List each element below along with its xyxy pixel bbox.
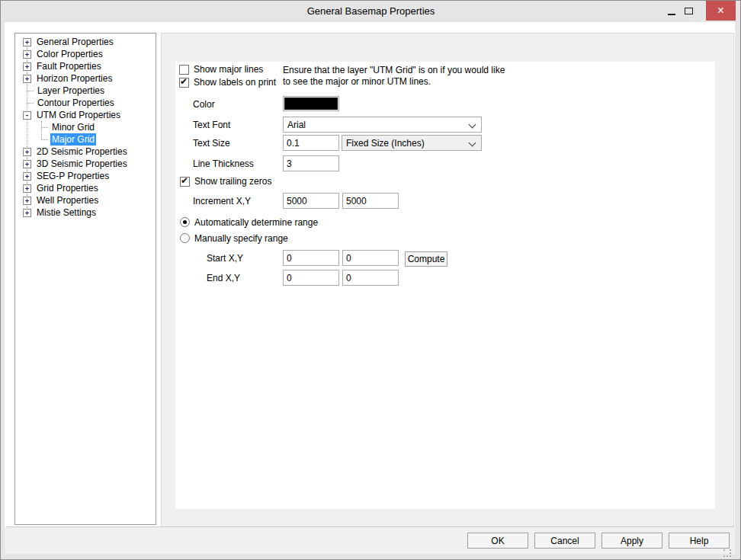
expand-plus-icon[interactable]: + — [23, 209, 31, 217]
tree-item-label[interactable]: Contour Properties — [36, 97, 116, 109]
expand-plus-icon[interactable]: + — [23, 62, 31, 71]
line-thickness-input[interactable] — [283, 155, 339, 171]
tree-item-contour-properties[interactable]: Contour Properties — [15, 97, 156, 109]
tree-item-segp-properties[interactable]: + SEG-P Properties — [15, 170, 156, 182]
window-title: General Basemap Properties — [2, 5, 740, 17]
tree-item-label[interactable]: Color Properties — [35, 48, 104, 60]
minimize-button[interactable] — [663, 1, 680, 21]
tree-item-label[interactable]: General Properties — [35, 36, 115, 48]
chevron-down-icon — [469, 139, 476, 147]
tree-item-horizon-properties[interactable]: + Horizon Properties — [15, 72, 156, 85]
tree-item-utm-grid-properties[interactable]: - UTM Grid Properties — [15, 109, 156, 121]
color-picker-button[interactable] — [283, 96, 339, 111]
start-xy-label: Start X,Y — [207, 253, 243, 264]
text-size-input[interactable] — [283, 135, 339, 151]
radio-selected-dot — [183, 220, 187, 224]
start-y-input[interactable] — [342, 250, 399, 266]
tree-stub-line — [27, 103, 34, 104]
tree-item-label[interactable]: Grid Properties — [35, 182, 100, 194]
collapse-minus-icon[interactable]: - — [23, 111, 31, 120]
text-size-mode-value: Fixed Size (Inches) — [346, 138, 425, 149]
properties-tree[interactable]: + General Properties + Color Properties … — [14, 33, 156, 525]
chevron-down-icon — [469, 121, 476, 129]
window-controls: × — [663, 1, 736, 21]
close-button[interactable]: × — [706, 1, 736, 21]
dialog-window: General Basemap Properties × + General P… — [0, 0, 741, 560]
resize-grip[interactable] — [723, 542, 732, 551]
settings-panel-background: Show major lines ✔ Show labels on print … — [161, 33, 734, 527]
tree-item-layer-properties[interactable]: Layer Properties — [15, 85, 156, 97]
footer-button-bar: OK Cancel Apply Help — [5, 527, 735, 554]
show-labels-on-print-checkbox[interactable]: ✔ — [179, 78, 189, 88]
increment-x-input[interactable] — [283, 193, 339, 209]
text-font-value: Arial — [287, 120, 306, 130]
note-line-2: to see the major or minor UTM lines. — [283, 76, 505, 88]
tree-item-label[interactable]: Layer Properties — [36, 85, 106, 97]
tree-item-minor-grid[interactable]: Minor Grid — [15, 121, 156, 133]
apply-button[interactable]: Apply — [601, 533, 662, 549]
auto-range-radio[interactable] — [180, 217, 190, 227]
tree-item-3d-seismic-properties[interactable]: + 3D Seismic Properties — [15, 158, 156, 170]
tree-item-label[interactable]: 2D Seismic Properties — [35, 146, 129, 158]
tree-item-label[interactable]: Major Grid — [50, 133, 96, 146]
ok-button[interactable]: OK — [467, 533, 528, 549]
color-label: Color — [193, 99, 215, 110]
show-major-lines-checkbox[interactable] — [179, 65, 189, 75]
tree-item-label[interactable]: Horizon Properties — [35, 72, 114, 85]
tree-item-fault-properties[interactable]: + Fault Properties — [15, 60, 156, 72]
tree-stub-line — [41, 127, 48, 128]
titlebar[interactable]: General Basemap Properties × — [2, 1, 740, 22]
end-y-input[interactable] — [342, 270, 399, 286]
tree-stub-line — [41, 139, 48, 140]
line-thickness-label: Line Thickness — [193, 158, 254, 169]
utm-grid-note: Ensure that the layer "UTM Grid" is on i… — [283, 65, 505, 88]
tree-item-label[interactable]: SEG-P Properties — [35, 170, 111, 182]
show-labels-on-print-label: Show labels on print — [194, 77, 276, 88]
increment-y-input[interactable] — [342, 193, 399, 209]
help-button[interactable]: Help — [669, 533, 730, 549]
tree-item-mistie-settings[interactable]: + Mistie Settings — [15, 206, 156, 219]
close-icon: × — [717, 5, 724, 17]
expand-plus-icon[interactable]: + — [23, 50, 31, 59]
cancel-button[interactable]: Cancel — [534, 533, 595, 549]
tree-item-general-properties[interactable]: + General Properties — [15, 36, 156, 48]
text-font-label: Text Font — [193, 120, 230, 130]
major-grid-settings-panel: Show major lines ✔ Show labels on print … — [175, 62, 715, 509]
compute-button[interactable]: Compute — [405, 251, 447, 267]
tree-item-color-properties[interactable]: + Color Properties — [15, 48, 156, 60]
text-size-mode-dropdown[interactable]: Fixed Size (Inches) — [342, 135, 482, 151]
tree-item-label[interactable]: Fault Properties — [35, 60, 103, 72]
tree-item-label[interactable]: 3D Seismic Properties — [35, 158, 129, 170]
text-font-dropdown[interactable]: Arial — [283, 117, 482, 133]
show-trailing-zeros-checkbox[interactable]: ✔ — [180, 177, 190, 187]
auto-range-label: Automatically determine range — [194, 217, 318, 228]
tree-item-label[interactable]: Mistie Settings — [35, 206, 98, 219]
expand-plus-icon[interactable]: + — [23, 160, 31, 168]
maximize-icon — [685, 8, 693, 14]
minimize-icon — [668, 14, 675, 15]
expand-plus-icon[interactable]: + — [23, 172, 31, 181]
dialog-client-area: + General Properties + Color Properties … — [5, 22, 735, 554]
tree-item-label[interactable]: Minor Grid — [50, 121, 96, 133]
manual-range-radio[interactable] — [180, 233, 190, 243]
expand-plus-icon[interactable]: + — [23, 75, 31, 83]
end-xy-label: End X,Y — [207, 273, 240, 283]
tree-item-label[interactable]: Well Properties — [35, 194, 100, 206]
increment-xy-label: Increment X,Y — [193, 196, 251, 206]
expand-plus-icon[interactable]: + — [23, 38, 31, 46]
show-trailing-zeros-label: Show trailing zeros — [194, 176, 271, 187]
manual-range-label: Manually specify range — [194, 233, 288, 244]
tree-item-label[interactable]: UTM Grid Properties — [35, 109, 122, 121]
tree-item-major-grid-selected[interactable]: Major Grid — [15, 133, 156, 146]
maximize-button[interactable] — [680, 1, 697, 21]
note-line-1: Ensure that the layer "UTM Grid" is on i… — [283, 65, 505, 76]
tree-item-2d-seismic-properties[interactable]: + 2D Seismic Properties — [15, 146, 156, 158]
expand-plus-icon[interactable]: + — [23, 197, 31, 205]
color-swatch — [284, 98, 338, 110]
tree-item-grid-properties[interactable]: + Grid Properties — [15, 182, 156, 194]
end-x-input[interactable] — [283, 270, 339, 286]
start-x-input[interactable] — [283, 250, 339, 266]
expand-plus-icon[interactable]: + — [23, 184, 31, 193]
tree-item-well-properties[interactable]: + Well Properties — [15, 194, 156, 206]
expand-plus-icon[interactable]: + — [23, 148, 31, 156]
